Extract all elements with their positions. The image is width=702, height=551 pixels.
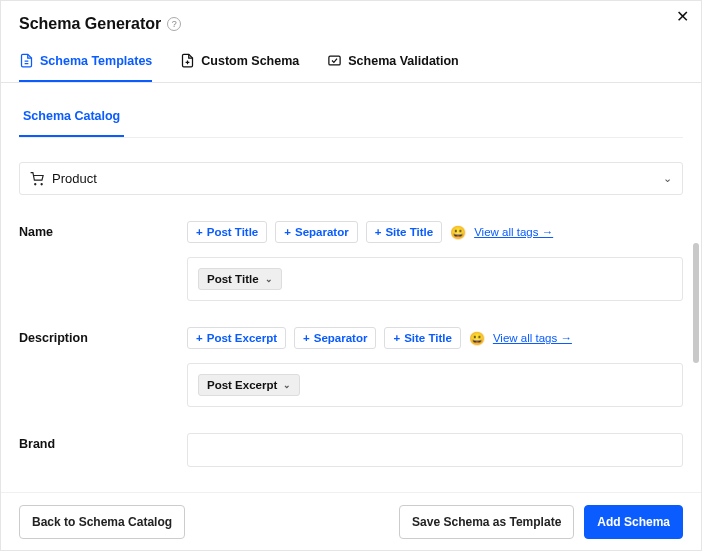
modal-body: Schema Catalog Product ⌄ Name +Post Titl… bbox=[1, 83, 701, 544]
modal-footer: Back to Schema Catalog Save Schema as Te… bbox=[1, 492, 701, 550]
field-description: Description +Post Excerpt +Separator +Si… bbox=[19, 327, 683, 407]
tab-schema-templates[interactable]: Schema Templates bbox=[19, 43, 152, 82]
field-body: +Post Title +Separator +Site Title 😀 Vie… bbox=[187, 221, 683, 301]
chevron-down-icon: ⌄ bbox=[283, 380, 291, 390]
current-tag-chip[interactable]: Post Excerpt⌄ bbox=[198, 374, 300, 396]
emoji-icon[interactable]: 😀 bbox=[469, 331, 485, 346]
svg-rect-4 bbox=[329, 56, 340, 65]
tag-suggestions: +Post Title +Separator +Site Title 😀 Vie… bbox=[187, 221, 683, 243]
name-input[interactable]: Post Title⌄ bbox=[187, 257, 683, 301]
tab-label: Schema Templates bbox=[40, 54, 152, 68]
schema-generator-modal: ✕ Schema Generator ? Schema Templates Cu… bbox=[0, 0, 702, 551]
emoji-icon[interactable]: 😀 bbox=[450, 225, 466, 240]
field-body: +Post Excerpt +Separator +Site Title 😀 V… bbox=[187, 327, 683, 407]
document-icon bbox=[19, 53, 34, 68]
svg-point-6 bbox=[41, 183, 42, 184]
brand-input[interactable] bbox=[187, 433, 683, 467]
tab-label: Custom Schema bbox=[201, 54, 299, 68]
add-schema-button[interactable]: Add Schema bbox=[584, 505, 683, 539]
file-plus-icon bbox=[180, 53, 195, 68]
tab-label: Schema Validation bbox=[348, 54, 458, 68]
svg-point-5 bbox=[35, 183, 36, 184]
tag-site-title[interactable]: +Site Title bbox=[366, 221, 442, 243]
tab-schema-validation[interactable]: Schema Validation bbox=[327, 43, 458, 82]
modal-header: Schema Generator ? bbox=[1, 1, 701, 43]
footer-right: Save Schema as Template Add Schema bbox=[399, 505, 683, 539]
field-label: Brand bbox=[19, 433, 187, 451]
save-template-button[interactable]: Save Schema as Template bbox=[399, 505, 574, 539]
primary-tabs: Schema Templates Custom Schema Schema Va… bbox=[1, 43, 701, 83]
field-brand: Brand bbox=[19, 433, 683, 467]
cart-icon bbox=[30, 172, 44, 186]
secondary-tabs: Schema Catalog bbox=[19, 83, 683, 138]
field-name: Name +Post Title +Separator +Site Title … bbox=[19, 221, 683, 301]
tag-site-title[interactable]: +Site Title bbox=[384, 327, 460, 349]
tag-separator[interactable]: +Separator bbox=[275, 221, 357, 243]
field-label: Name bbox=[19, 221, 187, 239]
validate-icon bbox=[327, 53, 342, 68]
modal-title: Schema Generator bbox=[19, 15, 161, 33]
schema-type-select[interactable]: Product ⌄ bbox=[19, 162, 683, 195]
tab-custom-schema[interactable]: Custom Schema bbox=[180, 43, 299, 82]
schema-type-value: Product bbox=[52, 171, 97, 186]
description-input[interactable]: Post Excerpt⌄ bbox=[187, 363, 683, 407]
view-all-tags-link[interactable]: View all tags → bbox=[474, 226, 553, 238]
tag-separator[interactable]: +Separator bbox=[294, 327, 376, 349]
tag-post-title[interactable]: +Post Title bbox=[187, 221, 267, 243]
current-tag-chip[interactable]: Post Title⌄ bbox=[198, 268, 282, 290]
tag-suggestions: +Post Excerpt +Separator +Site Title 😀 V… bbox=[187, 327, 683, 349]
scrollbar-thumb[interactable] bbox=[693, 243, 699, 363]
close-icon[interactable]: ✕ bbox=[676, 7, 689, 26]
scroll-area[interactable]: Schema Catalog Product ⌄ Name +Post Titl… bbox=[1, 83, 701, 544]
field-label: Description bbox=[19, 327, 187, 345]
back-button[interactable]: Back to Schema Catalog bbox=[19, 505, 185, 539]
field-body bbox=[187, 433, 683, 467]
subtab-schema-catalog[interactable]: Schema Catalog bbox=[19, 101, 124, 137]
chevron-down-icon: ⌄ bbox=[265, 274, 273, 284]
view-all-tags-link[interactable]: View all tags → bbox=[493, 332, 572, 344]
help-icon[interactable]: ? bbox=[167, 17, 181, 31]
chevron-down-icon: ⌄ bbox=[663, 172, 672, 185]
tag-post-excerpt[interactable]: +Post Excerpt bbox=[187, 327, 286, 349]
